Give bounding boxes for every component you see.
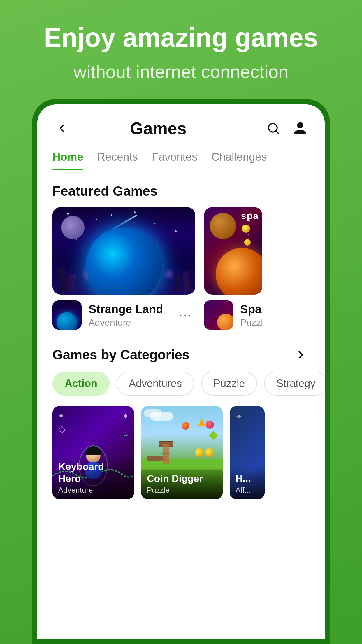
- strange-land-text: Strange Land Adventure: [89, 302, 163, 328]
- keyboard-hero-name: Keyboard Hero: [58, 461, 128, 484]
- categories-title: Games by Categories: [52, 347, 292, 363]
- keyboard-hero-genre: Adventure: [58, 486, 128, 495]
- strange-land-image: [52, 207, 195, 295]
- games-grid: ✦ ✦: [37, 406, 325, 511]
- account-button[interactable]: [291, 119, 310, 138]
- category-strategy[interactable]: Strategy: [264, 372, 325, 396]
- space-text: Space Puzzle: [240, 302, 262, 328]
- space-info: Space Puzzle: [204, 295, 262, 335]
- partial-game-genre: Aff...: [236, 486, 259, 495]
- partial-overlay: H... Aff...: [230, 467, 265, 499]
- strange-land-genre: Adventure: [89, 317, 163, 328]
- strange-land-thumb: [52, 300, 82, 330]
- coin-digger-image: Coin Digger Puzzle ···: [141, 406, 223, 499]
- space-image: spa: [204, 207, 262, 295]
- space-name: Space: [240, 302, 262, 316]
- app-title: Games: [52, 118, 264, 138]
- tab-recents[interactable]: Recents: [97, 145, 138, 170]
- featured-games-list: Strange Land Adventure ··· spa: [37, 207, 325, 335]
- game-tile-partial[interactable]: ✦ H... Aff...: [230, 406, 265, 499]
- spacefood-bg: spa: [204, 207, 262, 295]
- app-bar: Games: [37, 104, 325, 145]
- app-bar-icons: [264, 119, 310, 138]
- coin-digger-genre: Puzzle: [147, 486, 217, 495]
- category-tags: Action Adventures Puzzle Strategy: [37, 372, 325, 406]
- hero-subtitle: without internet connection: [23, 61, 339, 83]
- phone-screen: Games Home Recents Favorites: [37, 104, 325, 639]
- category-puzzle[interactable]: Puzzle: [201, 372, 257, 396]
- game-tile-keyboard-hero[interactable]: ✦ ✦: [52, 406, 134, 499]
- hero-title: Enjoy amazing games: [23, 23, 339, 52]
- tab-home[interactable]: Home: [52, 145, 83, 170]
- strange-land-info: Strange Land Adventure ···: [52, 295, 195, 335]
- space-thumb: [204, 300, 233, 330]
- coin-digger-more-button[interactable]: ···: [209, 486, 219, 495]
- categories-header: Games by Categories: [37, 335, 325, 372]
- phone-frame: Games Home Recents Favorites: [32, 99, 330, 644]
- keyboard-hero-image: ✦ ✦: [52, 406, 134, 499]
- svg-line-1: [276, 131, 278, 133]
- category-adventures[interactable]: Adventures: [117, 372, 194, 396]
- coin-digger-name: Coin Digger: [147, 473, 217, 484]
- categories-arrow-button[interactable]: [292, 346, 310, 363]
- navigation-tabs: Home Recents Favorites Challenges: [37, 145, 325, 170]
- strange-land-more-button[interactable]: ···: [176, 306, 195, 325]
- strange-land-name: Strange Land: [89, 302, 163, 316]
- tab-favorites[interactable]: Favorites: [152, 145, 197, 170]
- hero-section: Enjoy amazing games without internet con…: [0, 23, 362, 83]
- tab-challenges[interactable]: Challenges: [211, 145, 267, 170]
- partial-game-image: ✦ H... Aff...: [230, 406, 265, 499]
- category-action[interactable]: Action: [52, 372, 110, 396]
- game-tile-coin-digger[interactable]: Coin Digger Puzzle ···: [141, 406, 223, 499]
- strange-land-bg: [52, 207, 195, 295]
- featured-games-title: Featured Games: [37, 170, 325, 207]
- space-genre: Puzzle: [240, 317, 262, 328]
- partial-game-name: H...: [236, 473, 259, 484]
- featured-card-space[interactable]: spa: [204, 207, 262, 335]
- earth-planet: [86, 228, 162, 295]
- space-moon: [61, 216, 85, 239]
- search-button[interactable]: [264, 119, 283, 138]
- featured-card-strange-land[interactable]: Strange Land Adventure ···: [52, 207, 195, 335]
- main-content: Featured Games: [37, 170, 325, 639]
- keyboard-hero-more-button[interactable]: ···: [121, 486, 130, 495]
